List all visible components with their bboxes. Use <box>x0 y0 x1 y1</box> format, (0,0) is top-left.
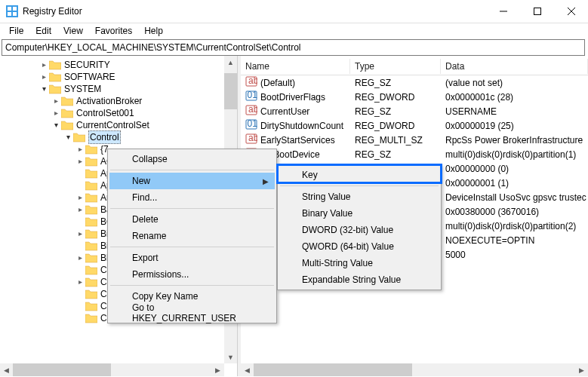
ctx-goto-hkcu[interactable]: Go to HKEY_CURRENT_USER <box>109 305 275 321</box>
svg-text:ab: ab <box>248 133 257 143</box>
minimize-button[interactable] <box>486 0 520 23</box>
scroll-right-icon[interactable]: ▶ <box>575 363 588 376</box>
submenu-arrow-icon: ▶ <box>263 177 269 185</box>
value-data: multi(0)disk(0)rdisk(0)partition(2) <box>441 221 588 231</box>
svg-rect-6 <box>534 8 540 15</box>
value-name: CurrentUser <box>260 106 309 117</box>
ctx-collapse[interactable]: Collapse <box>109 151 275 167</box>
ctx-rename[interactable]: Rename <box>109 228 275 244</box>
list-row[interactable]: abCurrentUserREG_SZUSERNAME <box>241 104 588 118</box>
ctx-new-string[interactable]: String Value <box>279 188 439 205</box>
list-row[interactable]: abEarlyStartServicesREG_MULTI_SZRpcSs Po… <box>241 133 588 147</box>
list-row[interactable]: ab(Default)REG_SZ(value not set) <box>241 75 588 90</box>
menu-view[interactable]: View <box>57 24 89 38</box>
column-header-data[interactable]: Data <box>441 59 588 74</box>
value-data: 5000 <box>441 250 588 260</box>
maximize-button[interactable] <box>520 0 554 23</box>
svg-text:011: 011 <box>248 118 258 129</box>
ctx-new-dword32[interactable]: DWORD (32-bit) Value <box>279 222 439 238</box>
menu-file[interactable]: File <box>3 24 29 38</box>
value-type: REG_DWORD <box>350 92 441 103</box>
value-data: 0x00000001 (1) <box>441 178 588 188</box>
svg-rect-3 <box>8 12 11 16</box>
tree-item-system[interactable]: ▾SYSTEM <box>0 83 237 95</box>
svg-text:ab: ab <box>248 75 257 86</box>
value-type: REG_SZ <box>350 78 441 88</box>
ctx-separator <box>280 185 439 186</box>
ctx-separator <box>110 285 274 286</box>
scroll-left-icon[interactable]: ◀ <box>241 363 254 376</box>
ctx-new-binary[interactable]: Binary Value <box>279 205 439 222</box>
value-data: DeviceInstall UsoSvc gpsvc trustec <box>441 192 588 203</box>
ctx-new-multistring[interactable]: Multi-String Value <box>279 255 439 271</box>
svg-text:011: 011 <box>248 90 258 100</box>
menu-help[interactable]: Help <box>138 24 169 38</box>
ctx-separator <box>110 208 274 209</box>
value-data: RpcSs Power BrokerInfrastructure <box>441 135 588 146</box>
tree-item-activationbroker[interactable]: ▸ActivationBroker <box>0 95 237 107</box>
value-data: NOEXECUTE=OPTIN <box>441 235 588 246</box>
svg-rect-4 <box>13 12 17 16</box>
scroll-right-icon[interactable]: ▶ <box>211 363 224 376</box>
value-data: 0x0000001c (28) <box>441 92 588 103</box>
value-type: REG_DWORD <box>350 121 441 131</box>
ctx-separator <box>110 247 274 247</box>
ctx-new-key[interactable]: Key <box>279 167 439 183</box>
scroll-left-icon[interactable]: ◀ <box>0 363 13 376</box>
list-header: Name Type Data <box>241 57 588 75</box>
svg-rect-1 <box>8 7 11 11</box>
window-title: Registry Editor <box>23 6 486 17</box>
regedit-app-icon <box>6 5 18 17</box>
tree-item-security[interactable]: ▸SECURITY <box>0 59 237 71</box>
value-data: 0x00380000 (3670016) <box>441 207 588 217</box>
tree-item-control[interactable]: ▾Control <box>0 131 237 143</box>
list-row[interactable]: 011DirtyShutdownCountREG_DWORD0x00000019… <box>241 118 588 133</box>
scrollbar-thumb[interactable] <box>224 73 237 109</box>
tree-item-software[interactable]: ▸SOFTWARE <box>0 71 237 83</box>
value-data: 0x00000019 (25) <box>441 121 588 131</box>
ctx-new-expandable[interactable]: Expandable String Value <box>279 271 439 288</box>
menu-edit[interactable]: Edit <box>29 24 57 38</box>
context-submenu-new: Key String Value Binary Value DWORD (32-… <box>277 164 442 290</box>
tree-item-controlset001[interactable]: ▸ControlSet001 <box>0 107 237 119</box>
context-menu-key: Collapse New▶ Find... Delete Rename Expo… <box>107 149 277 323</box>
tree-item-currentcontrolset[interactable]: ▾CurrentControlSet <box>0 119 237 131</box>
value-data: 0x00000000 (0) <box>441 164 588 174</box>
value-data: USERNAME <box>441 106 588 117</box>
list-row[interactable]: abareBootDeviceREG_SZmulti(0)disk(0)rdis… <box>241 147 588 161</box>
menu-favorites[interactable]: Favorites <box>89 24 138 38</box>
list-row[interactable]: 011BootDriverFlagsREG_DWORD0x0000001c (2… <box>241 90 588 104</box>
address-bar[interactable]: Computer\HKEY_LOCAL_MACHINE\SYSTEM\Curre… <box>2 39 585 56</box>
ctx-permissions[interactable]: Permissions... <box>109 266 275 283</box>
ctx-find[interactable]: Find... <box>109 189 275 206</box>
svg-text:ab: ab <box>248 104 257 115</box>
value-name: DirtyShutdownCount <box>260 121 343 131</box>
value-type: REG_SZ <box>350 106 441 117</box>
string-value-icon: ab <box>245 104 257 118</box>
value-name: (Default) <box>260 78 295 88</box>
scrollbar-thumb[interactable] <box>13 363 111 376</box>
title-bar: Registry Editor <box>0 0 588 23</box>
binary-value-icon: 011 <box>245 90 257 104</box>
ctx-new[interactable]: New▶ <box>109 173 275 189</box>
column-header-type[interactable]: Type <box>350 59 441 74</box>
address-path: Computer\HKEY_LOCAL_MACHINE\SYSTEM\Curre… <box>5 42 300 53</box>
close-button[interactable] <box>554 0 588 23</box>
ctx-delete[interactable]: Delete <box>109 211 275 228</box>
string-value-icon: ab <box>245 133 257 147</box>
column-header-name[interactable]: Name <box>241 59 350 74</box>
list-horizontal-scrollbar[interactable]: ◀ ▶ <box>241 363 588 376</box>
ctx-new-qword64[interactable]: QWORD (64-bit) Value <box>279 238 439 255</box>
ctx-export[interactable]: Export <box>109 250 275 266</box>
value-data: multi(0)disk(0)rdisk(0)partition(1) <box>441 149 588 160</box>
value-name: BootDriverFlags <box>260 92 325 103</box>
scroll-down-icon[interactable]: ▼ <box>224 351 237 363</box>
ctx-separator <box>110 170 274 170</box>
tree-horizontal-scrollbar[interactable]: ◀ ▶ <box>0 363 224 376</box>
scrollbar-thumb[interactable] <box>254 363 412 376</box>
binary-value-icon: 011 <box>245 118 257 133</box>
string-value-icon: ab <box>245 75 257 90</box>
menu-bar: File Edit View Favorites Help <box>0 23 588 38</box>
scroll-up-icon[interactable]: ▲ <box>224 56 237 69</box>
value-name: EarlyStartServices <box>260 135 335 146</box>
